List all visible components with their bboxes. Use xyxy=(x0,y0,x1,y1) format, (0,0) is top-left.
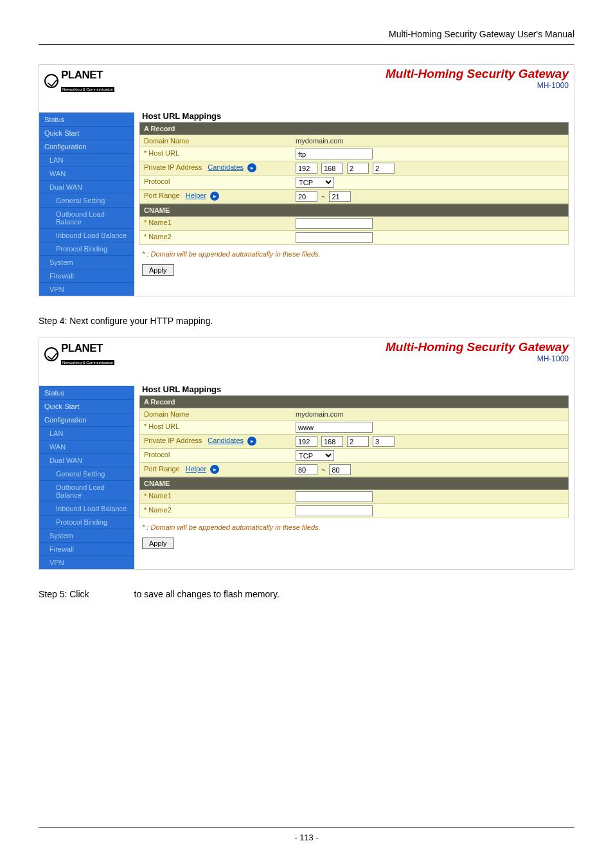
port-from-input[interactable] xyxy=(296,464,317,475)
ip-octet-4[interactable] xyxy=(373,163,395,174)
sidebar-item-inbound-load-balance[interactable]: Inbound Load Balance xyxy=(39,228,134,242)
sidebar-item-vpn[interactable]: VPN xyxy=(39,282,134,296)
candidates-link[interactable]: Candidates xyxy=(208,437,244,444)
doc-header-rule xyxy=(39,44,574,45)
private-ip-label: Private IP Address xyxy=(144,163,202,171)
sidebar-item-outbound-load-balance[interactable]: Outbound Load Balance xyxy=(39,207,134,228)
domain-name-label: Domain Name xyxy=(140,408,292,420)
name2-label: * Name2 xyxy=(140,504,292,518)
cname-bar: CNAME xyxy=(139,204,569,217)
name2-input[interactable] xyxy=(296,505,373,516)
host-url-input[interactable] xyxy=(296,149,373,159)
a-record-bar: A Record xyxy=(139,395,569,408)
logo-brand: PLANET xyxy=(61,342,114,355)
sidebar-item-lan[interactable]: LAN xyxy=(39,153,134,167)
ip-octet-3[interactable] xyxy=(347,436,369,447)
planet-logo-icon xyxy=(44,74,58,88)
sidebar-item-protocol-binding[interactable]: Protocol Binding xyxy=(39,515,134,529)
domain-name-label: Domain Name xyxy=(140,135,292,147)
helper-arrow-icon[interactable]: ▸ xyxy=(210,192,219,201)
app-panel-1: PLANET Networking & Communication Multi-… xyxy=(39,64,574,296)
sidebar-item-system[interactable]: System xyxy=(39,255,134,269)
sidebar-item-wan[interactable]: WAN xyxy=(39,440,134,453)
ip-octet-1[interactable] xyxy=(296,436,317,447)
ip-octet-3[interactable] xyxy=(347,163,369,174)
private-ip-label: Private IP Address xyxy=(144,437,202,444)
sidebar-item-configuration[interactable]: Configuration xyxy=(39,413,134,426)
candidates-link[interactable]: Candidates xyxy=(208,163,244,171)
protocol-label: Protocol xyxy=(140,449,292,462)
sidebar-item-configuration[interactable]: Configuration xyxy=(39,140,134,153)
ip-octet-1[interactable] xyxy=(296,163,317,174)
footer-rule xyxy=(39,827,574,827)
app-panel-2: PLANET Networking & Communication Multi-… xyxy=(39,338,574,570)
name2-input[interactable] xyxy=(296,232,373,243)
port-range-label: Port Range xyxy=(144,465,180,473)
sidebar-item-inbound-load-balance[interactable]: Inbound Load Balance xyxy=(39,502,134,515)
sidebar-item-system[interactable]: System xyxy=(39,529,134,542)
sidebar-item-general-setting[interactable]: General Setting xyxy=(39,467,134,480)
apply-button[interactable]: Apply xyxy=(142,264,174,276)
doc-header: Multi-Homing Security Gateway User's Man… xyxy=(39,0,574,44)
sidebar-item-quick-start[interactable]: Quick Start xyxy=(39,126,134,140)
step5-text: Step 5: Click to save all changes to fla… xyxy=(39,589,574,599)
content-area-1: Host URL Mappings A Record Domain Name m… xyxy=(134,93,574,296)
app-title: Multi-Homing Security Gateway xyxy=(134,67,569,81)
port-range-label: Port Range xyxy=(144,192,180,199)
sidebar-item-lan[interactable]: LAN xyxy=(39,426,134,440)
logo-tagline: Networking & Communication xyxy=(61,87,114,92)
name1-input[interactable] xyxy=(296,218,373,229)
helper-link[interactable]: Helper xyxy=(186,465,206,473)
protocol-select[interactable]: TCP xyxy=(296,450,334,461)
page-footer: - 113 - xyxy=(39,827,574,842)
sidebar-item-status[interactable]: Status xyxy=(39,113,134,126)
protocol-select[interactable]: TCP xyxy=(296,177,334,188)
domain-name-value: mydomain.com xyxy=(292,408,568,420)
app-model: MH-1000 xyxy=(134,354,569,363)
sidebar-item-wan[interactable]: WAN xyxy=(39,167,134,180)
content-area-2: Host URL Mappings A Record Domain Name m… xyxy=(134,366,574,569)
footer-page-number: - 113 - xyxy=(39,833,574,842)
name1-label: * Name1 xyxy=(140,217,292,230)
logo-cell: PLANET Networking & Communication xyxy=(39,338,134,366)
name1-input[interactable] xyxy=(296,491,373,502)
sidebar-item-outbound-load-balance[interactable]: Outbound Load Balance xyxy=(39,480,134,502)
apply-button[interactable]: Apply xyxy=(142,538,174,549)
port-to-input[interactable] xyxy=(329,191,351,202)
host-url-label: * Host URL xyxy=(140,420,292,434)
step4-text: Step 4: Next configure your HTTP mapping… xyxy=(39,316,574,326)
candidates-arrow-icon[interactable]: ▸ xyxy=(247,163,256,172)
host-url-input[interactable] xyxy=(296,422,373,433)
sidebar: Status Quick Start Configuration LAN WAN… xyxy=(39,366,134,569)
domain-append-note: * : Domain will be appended automaticall… xyxy=(139,245,569,264)
doc-header-title: Multi-Homing Security Gateway User's Man… xyxy=(389,29,574,39)
ip-octet-4[interactable] xyxy=(373,436,395,447)
port-to-input[interactable] xyxy=(329,464,351,475)
sidebar-item-protocol-binding[interactable]: Protocol Binding xyxy=(39,242,134,255)
ip-octet-2[interactable] xyxy=(321,436,343,447)
sidebar-item-quick-start[interactable]: Quick Start xyxy=(39,399,134,413)
section-title: Host URL Mappings xyxy=(139,383,569,395)
helper-arrow-icon[interactable]: ▸ xyxy=(210,465,219,474)
logo-cell: PLANET Networking & Communication xyxy=(39,65,134,93)
helper-link[interactable]: Helper xyxy=(186,192,206,199)
ip-octet-2[interactable] xyxy=(321,163,343,174)
domain-name-value: mydomain.com xyxy=(292,135,568,147)
sidebar-item-dual-wan[interactable]: Dual WAN xyxy=(39,180,134,194)
step5-left: Step 5: Click xyxy=(39,589,89,599)
logo-brand: PLANET xyxy=(61,69,114,82)
sidebar-item-vpn[interactable]: VPN xyxy=(39,556,134,569)
sidebar-item-dual-wan[interactable]: Dual WAN xyxy=(39,453,134,467)
section-title: Host URL Mappings xyxy=(139,110,569,122)
app-title: Multi-Homing Security Gateway xyxy=(134,340,569,354)
sidebar: Status Quick Start Configuration LAN WAN… xyxy=(39,93,134,296)
sidebar-item-general-setting[interactable]: General Setting xyxy=(39,194,134,207)
sidebar-item-firewall[interactable]: Firewall xyxy=(39,542,134,556)
port-range-dash: ~ xyxy=(321,466,325,474)
sidebar-item-status[interactable]: Status xyxy=(39,386,134,399)
port-from-input[interactable] xyxy=(296,191,317,202)
app-model: MH-1000 xyxy=(134,81,569,90)
sidebar-item-firewall[interactable]: Firewall xyxy=(39,269,134,282)
candidates-arrow-icon[interactable]: ▸ xyxy=(247,437,256,446)
domain-append-note: * : Domain will be appended automaticall… xyxy=(139,518,569,538)
